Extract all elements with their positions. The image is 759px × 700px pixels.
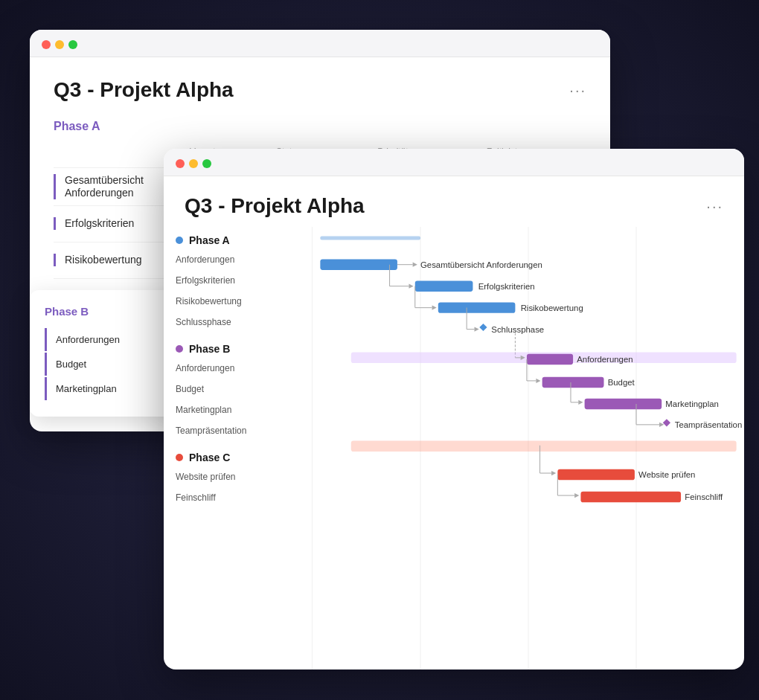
gantt-task-list: Phase A Anforderungen Erfolgskriterien R… <box>164 227 313 670</box>
svg-rect-28 <box>438 302 516 312</box>
front-titlebar <box>164 149 744 176</box>
svg-text:Feinschliff: Feinschliff <box>685 492 723 501</box>
list-item: Feinschliff <box>164 487 312 508</box>
traffic-lights <box>42 40 77 49</box>
svg-rect-23 <box>415 280 473 291</box>
svg-rect-54 <box>663 419 670 426</box>
col-task <box>54 147 177 160</box>
svg-text:Erfolgskriterien: Erfolgskriterien <box>478 282 535 291</box>
svg-marker-27 <box>432 306 437 310</box>
list-item: Erfolgskriterien <box>164 270 312 291</box>
svg-marker-59 <box>551 471 556 475</box>
minimize-button[interactable] <box>55 40 64 49</box>
svg-rect-33 <box>479 324 487 331</box>
list-item: Budget <box>164 379 312 399</box>
front-window: Q3 - Projekt Alpha ··· Phase A Anforderu… <box>164 149 744 670</box>
gantt-phase-a-header: Phase A <box>164 227 312 249</box>
back-window-title: Q3 - Projekt Alpha <box>54 78 234 102</box>
svg-text:Marketingplan: Marketingplan <box>665 399 718 408</box>
list-item: Website prüfen <box>164 466 312 487</box>
more-menu-button[interactable]: ··· <box>569 82 586 99</box>
svg-text:Anforderungen: Anforderungen <box>577 355 632 364</box>
svg-rect-44 <box>542 377 604 388</box>
gantt-phase-c-header: Phase C <box>164 441 312 466</box>
gantt-svg: Gesamtübersicht Anforderungen Erfolgskri… <box>313 227 744 670</box>
phase-b-name: Phase B <box>189 343 230 355</box>
task-name: Risikobewertung <box>54 254 177 266</box>
svg-text:Teampräsentation: Teampräsentation <box>675 420 742 429</box>
close-button-front[interactable] <box>176 159 185 168</box>
minimize-button-front[interactable] <box>189 159 198 168</box>
back-titlebar <box>30 30 610 57</box>
svg-rect-60 <box>557 469 635 480</box>
svg-text:Schlussphase: Schlussphase <box>491 325 544 334</box>
list-item: Anforderungen <box>164 249 312 270</box>
svg-rect-56 <box>351 441 737 452</box>
list-item: Risikobewertung <box>164 291 312 312</box>
list-item: Marketingplan <box>45 377 179 400</box>
svg-rect-39 <box>527 354 573 365</box>
svg-rect-16 <box>320 259 397 269</box>
front-window-title: Q3 - Projekt Alpha <box>185 194 365 218</box>
svg-marker-43 <box>536 379 540 383</box>
list-item: Anforderungen <box>164 358 312 379</box>
svg-marker-48 <box>578 400 583 405</box>
svg-rect-49 <box>585 399 662 409</box>
list-item: Budget <box>45 353 179 376</box>
phase-a-dot <box>176 237 183 244</box>
svg-text:Risikobewertung: Risikobewertung <box>521 304 583 312</box>
svg-rect-15 <box>320 236 420 240</box>
svg-marker-64 <box>574 493 579 498</box>
gantt-chart-area: Gesamtübersicht Anforderungen Erfolgskri… <box>313 227 744 670</box>
front-window-header: Q3 - Projekt Alpha ··· <box>164 176 744 227</box>
svg-rect-65 <box>580 492 681 502</box>
task-name: Erfolgskriterien <box>54 217 177 230</box>
list-item: Teampräsentation <box>164 420 312 441</box>
list-item: Marketingplan <box>164 399 312 420</box>
svg-marker-32 <box>475 327 479 331</box>
phase-c-name: Phase C <box>189 452 230 463</box>
phase-c-dot <box>176 454 183 461</box>
task-name: Gesamtübersicht Anforderungen <box>54 174 177 199</box>
phase-a-name: Phase A <box>189 234 230 246</box>
svg-text:Website prüfen: Website prüfen <box>638 470 695 479</box>
traffic-lights-front <box>176 159 211 168</box>
phase-b-dot <box>176 345 183 353</box>
gantt-layout: Phase A Anforderungen Erfolgskriterien R… <box>164 227 744 670</box>
phase-b-label: Phase B <box>45 305 179 318</box>
svg-text:Budget: Budget <box>608 378 635 387</box>
svg-marker-22 <box>409 284 413 289</box>
list-item: Anforderungen <box>45 328 179 351</box>
svg-marker-18 <box>413 263 417 267</box>
list-item: Schlussphase <box>164 312 312 333</box>
phase-a-label: Phase A <box>54 120 586 133</box>
more-menu-button-front[interactable]: ··· <box>706 198 723 215</box>
back-window-header: Q3 - Projekt Alpha ··· <box>54 78 586 102</box>
maximize-button-front[interactable] <box>202 159 211 168</box>
svg-text:Gesamtübersicht Anforderungen: Gesamtübersicht Anforderungen <box>420 260 542 269</box>
maximize-button[interactable] <box>68 40 77 49</box>
close-button[interactable] <box>42 40 51 49</box>
gantt-phase-b-header: Phase B <box>164 333 312 358</box>
